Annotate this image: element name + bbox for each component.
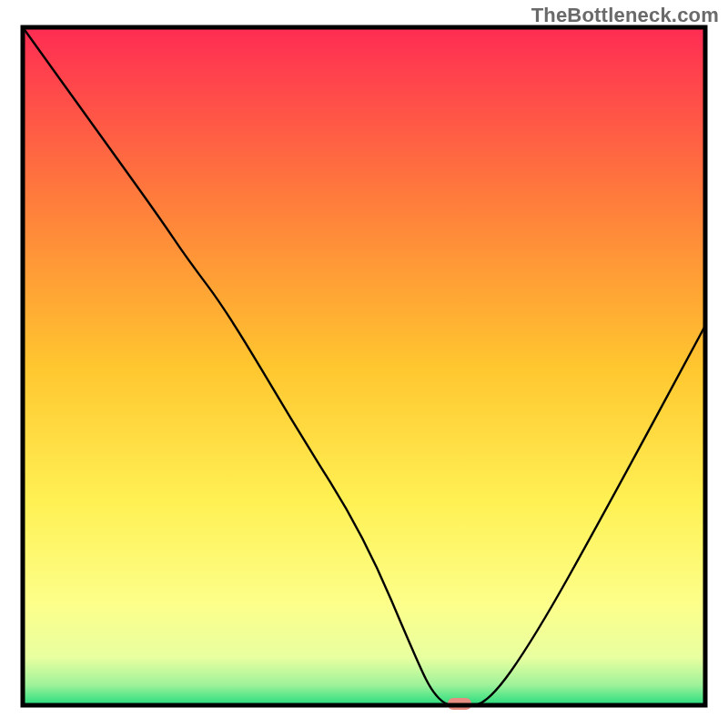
watermark-label: TheBottleneck.com [531, 4, 719, 27]
plot-area [23, 27, 705, 710]
plot-background [23, 27, 705, 705]
chart-stage: TheBottleneck.com [0, 0, 728, 728]
chart-svg [0, 0, 728, 728]
